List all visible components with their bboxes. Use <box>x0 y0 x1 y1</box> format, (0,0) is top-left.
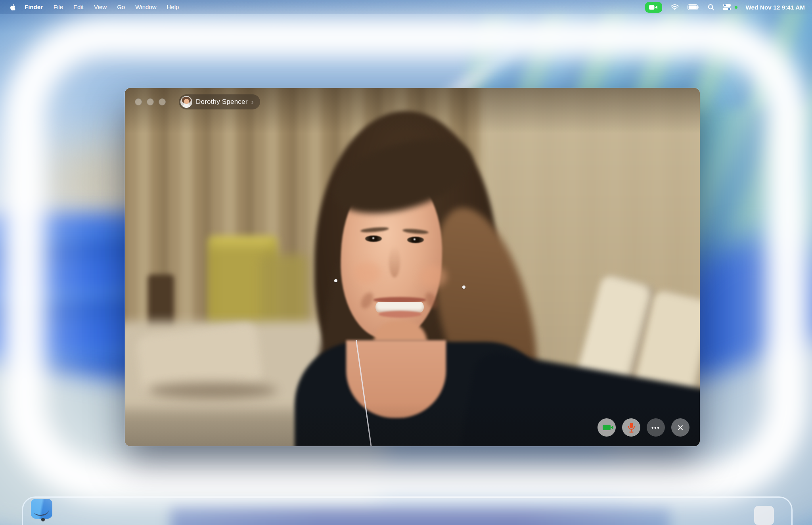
battery-icon[interactable] <box>688 4 699 10</box>
person-cheek-right <box>419 266 447 287</box>
earring-right <box>462 285 465 289</box>
search-icon[interactable] <box>708 4 714 11</box>
window-minimize-button[interactable] <box>147 98 154 105</box>
more-options-button[interactable]: ••• <box>647 418 665 437</box>
status-green-dot <box>735 6 737 9</box>
camera-toggle-button[interactable] <box>598 418 616 437</box>
wifi-icon[interactable] <box>670 4 679 10</box>
mute-button[interactable] <box>622 418 640 437</box>
close-icon: ✕ <box>677 423 684 432</box>
menu-item-go[interactable]: Go <box>112 0 130 14</box>
call-controls: ••• ✕ <box>598 418 689 437</box>
apple-menu[interactable] <box>0 0 19 14</box>
earring-left <box>334 279 337 282</box>
chevron-right-icon: › <box>251 98 254 105</box>
menu-bar-clock[interactable]: Wed Nov 12 9:41 AM <box>746 4 805 11</box>
person-eye-left <box>365 236 382 242</box>
person-eye-right <box>407 237 424 243</box>
contact-avatar <box>180 96 192 108</box>
person-nose-shadow <box>389 246 400 278</box>
control-center-icon[interactable] <box>723 4 731 11</box>
ellipsis-icon: ••• <box>651 424 660 431</box>
window-close-button[interactable] <box>135 98 142 105</box>
background-window-edge <box>22 496 793 525</box>
cushion-shadow <box>147 382 278 399</box>
facetime-status-icon[interactable] <box>645 2 662 13</box>
avatar-face <box>184 99 189 104</box>
person-lower-lip <box>379 311 421 318</box>
window-zoom-button[interactable] <box>159 98 166 105</box>
person-cheek-left <box>353 262 381 284</box>
facetime-window: Dorothy Spencer › ••• ✕ <box>125 88 700 446</box>
desktop: { "menu_bar": { "app_menus": ["Finder", … <box>0 0 812 525</box>
finder-smile-shape <box>33 505 49 517</box>
remote-video-feed <box>125 88 700 446</box>
contact-chip[interactable]: Dorothy Spencer › <box>179 94 260 109</box>
end-call-button[interactable]: ✕ <box>671 418 689 437</box>
finder-dock-icon[interactable] <box>31 499 52 519</box>
microphone-icon <box>628 422 635 433</box>
menu-item-edit[interactable]: Edit <box>68 0 89 14</box>
dock-running-indicator-dot <box>41 518 45 521</box>
apple-logo-icon <box>10 4 16 11</box>
background-icon-right <box>754 506 774 525</box>
status-area: Wed Nov 12 9:41 AM <box>645 2 812 13</box>
video-camera-icon <box>603 425 611 430</box>
contact-name: Dorothy Spencer <box>196 98 248 106</box>
avatar-shirt <box>183 104 190 108</box>
menu-item-window[interactable]: Window <box>130 0 161 14</box>
menu-bar: Finder File Edit View Go Window Help <box>0 0 812 14</box>
eye-glint <box>414 238 416 240</box>
menu-item-file[interactable]: File <box>48 0 68 14</box>
eye-glint <box>372 237 374 239</box>
menu-item-help[interactable]: Help <box>162 0 184 14</box>
menu-item-finder[interactable]: Finder <box>19 0 48 14</box>
menu-item-view[interactable]: View <box>89 0 112 14</box>
